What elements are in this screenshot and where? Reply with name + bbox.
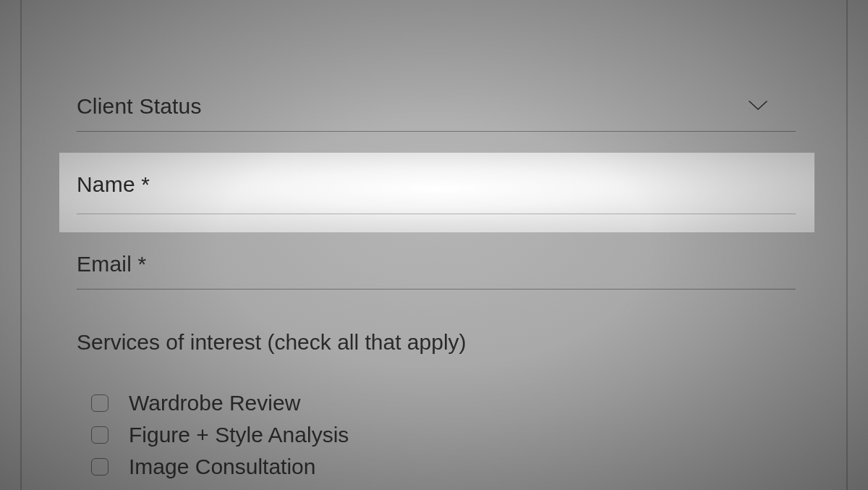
form-page: Client Status Name * Email * Services of…	[0, 0, 868, 490]
page-edge-left	[20, 0, 22, 490]
service-option-figure-style-analysis[interactable]: Figure + Style Analysis	[77, 423, 796, 447]
checkbox-label: Image Consultation	[129, 455, 316, 479]
checkbox-label: Figure + Style Analysis	[129, 423, 349, 447]
email-field[interactable]: Email *	[77, 252, 796, 290]
checkbox-label: Wardrobe Review	[129, 391, 300, 415]
service-option-wardrobe-review[interactable]: Wardrobe Review	[77, 391, 796, 415]
checkbox-icon[interactable]	[91, 394, 109, 412]
checkbox-icon[interactable]	[91, 458, 109, 476]
name-field[interactable]: Name *	[77, 172, 796, 214]
client-status-field[interactable]: Client Status	[77, 94, 796, 132]
page-edge-right	[846, 0, 848, 490]
services-label: Services of interest (check all that app…	[77, 330, 796, 355]
checkbox-icon[interactable]	[91, 426, 109, 444]
services-section: Services of interest (check all that app…	[77, 330, 796, 486]
service-option-image-consultation[interactable]: Image Consultation	[77, 455, 796, 479]
